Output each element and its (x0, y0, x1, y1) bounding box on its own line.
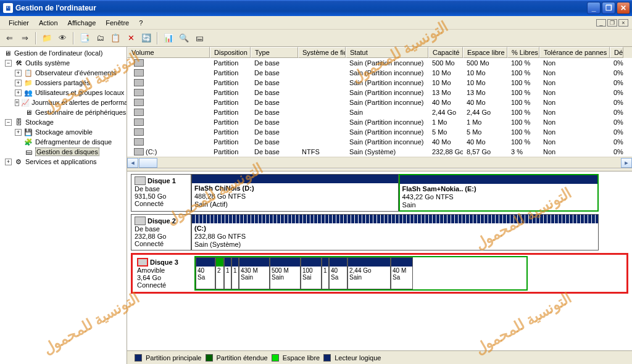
disk-info-3[interactable]: Disque 3 Amovible 3,64 Go Connecté (134, 256, 194, 291)
col-tolerance[interactable]: Tolérance de pannes (539, 47, 610, 58)
tree-root[interactable]: 🖥Gestion de l'ordinateur (local) (0, 48, 127, 58)
scroll-left-button[interactable]: ◄ (127, 158, 138, 168)
close-button[interactable]: ✕ (617, 2, 630, 14)
up-button[interactable]: 📁 (40, 31, 54, 45)
h-scrollbar[interactable]: ◄ ► (127, 157, 632, 168)
legend-free: Espace libre (283, 354, 320, 362)
partition-small[interactable]: 1 (231, 257, 239, 289)
mdi-close-button[interactable]: × (618, 19, 628, 27)
partition-small[interactable]: 500 MSain (270, 257, 301, 289)
volume-row[interactable]: PartitionDe baseSain2,44 Go2,44 Go100 %N… (127, 107, 632, 117)
tree-journaux[interactable]: +📈Journaux et alertes de performances (0, 97, 127, 107)
props-button[interactable]: 👁 (56, 31, 69, 45)
partition-small[interactable]: 2,44 GoSain (347, 257, 391, 289)
volume-row[interactable]: PartitionDe baseSain (Partition inconnue… (127, 68, 632, 78)
volume-row[interactable]: PartitionDe baseSain (Partition inconnue… (127, 88, 632, 97)
volume-table: Volume Disposition Type Système de fichi… (127, 47, 632, 168)
icon-3[interactable]: 📋 (109, 31, 122, 45)
tree-gestperiph[interactable]: 🖥Gestionnaire de périphériques (0, 107, 127, 117)
volume-body[interactable]: PartitionDe baseSain (Partition inconnue… (127, 58, 632, 157)
legend-primary: Partition principale (146, 354, 202, 362)
volume-row[interactable]: PartitionDe baseSain (Partition inconnue… (127, 78, 632, 88)
disk-row-3: Disque 3 Amovible 3,64 Go Connecté 40Sa2… (131, 253, 628, 294)
legend-sw-extended (206, 354, 213, 362)
tree-amovible[interactable]: +💾Stockage amovible (0, 127, 127, 137)
menu-action[interactable]: Action (34, 17, 63, 28)
mdi-restore-button[interactable]: ❐ (607, 19, 617, 27)
col-volume[interactable]: Volume (127, 47, 210, 58)
menu-aide[interactable]: ? (134, 17, 148, 28)
col-pct-libres[interactable]: % Libres (507, 47, 539, 58)
col-de[interactable]: Dé (610, 47, 623, 58)
toolbar: ⇐ ⇒ 📁 👁 📑 🗂 📋 ✕ 🔄 📊 🔍 🖴 (0, 30, 632, 47)
minimize-button[interactable]: _ (587, 2, 601, 14)
disk-row-1: Disque 1 De base 931,50 Go Connecté FlaS… (131, 174, 628, 212)
icon-2[interactable]: 🗂 (93, 31, 107, 45)
partition-c[interactable]: (C:)232,88 Go NTFSSain (Système) (191, 214, 599, 250)
disk-icon (135, 176, 146, 185)
col-statut[interactable]: Statut (346, 47, 428, 58)
partition-small[interactable]: 40Sa (329, 257, 347, 289)
tree-dossiers[interactable]: +📁Dossiers partagés (0, 78, 127, 88)
titlebar: 🖥 Gestion de l'ordinateur _ ❐ ✕ (0, 0, 632, 16)
graphical-view: Disque 1 De base 931,50 Go Connecté FlaS… (127, 172, 632, 350)
partition-small[interactable]: 40 MSa (391, 257, 413, 289)
mdi-minimize-button[interactable]: _ (596, 19, 606, 27)
disk-row-2: Disque 2 De base 232,88 Go Connecté (C:)… (131, 214, 628, 250)
legend-sw-free (272, 354, 279, 362)
partition-d[interactable]: FlaSh ChiNois (D:)488,28 Go NTFSSain (Ac… (191, 174, 399, 212)
partition-small[interactable]: 40Sa (196, 257, 215, 289)
volume-row[interactable]: PartitionDe baseSain (Partition inconnue… (127, 58, 632, 68)
col-type[interactable]: Type (251, 47, 298, 58)
tree-services[interactable]: +⚙Services et applications (0, 157, 127, 167)
icon-5[interactable]: 🔍 (177, 31, 191, 45)
col-fs[interactable]: Système de fichiers (298, 47, 346, 58)
maximize-button[interactable]: ❐ (602, 2, 615, 14)
partition-small[interactable]: 1 (322, 257, 329, 289)
refresh-icon[interactable]: 🔄 (139, 31, 153, 45)
delete-icon[interactable]: ✕ (124, 31, 138, 45)
tree-defrag[interactable]: 🧩Défragmenteur de disque (0, 137, 127, 147)
col-disposition[interactable]: Disposition (210, 47, 251, 58)
tree-disques[interactable]: 🖴Gestion des disques (0, 147, 127, 157)
partition-small[interactable]: 2 (215, 257, 224, 289)
menu-affichage[interactable]: Affichage (63, 17, 101, 28)
disk-info-1[interactable]: Disque 1 De base 931,50 Go Connecté (131, 174, 191, 212)
menu-fenetre[interactable]: Fenêtre (101, 17, 134, 28)
tree-stockage[interactable]: −🗄Stockage (0, 117, 127, 127)
partition-small[interactable]: 430 MSain (239, 257, 270, 289)
legend-sw-logical (323, 354, 331, 362)
back-button[interactable]: ⇐ (2, 31, 16, 45)
volume-row[interactable]: PartitionDe baseSain (Partition inconnue… (127, 137, 632, 147)
partition-e[interactable]: FlaSh Sam+Nokia.. (E:)443,22 Go NTFSSain (399, 174, 599, 212)
tree-observateur[interactable]: +📋Observateur d'événements (0, 68, 127, 78)
legend-extended: Partition étendue (217, 354, 268, 362)
disk-info-2[interactable]: Disque 2 De base 232,88 Go Connecté (131, 214, 191, 250)
icon-4[interactable]: 📊 (162, 31, 175, 45)
icon-1[interactable]: 📑 (78, 31, 91, 45)
partition-small[interactable]: 100Sai (301, 257, 322, 289)
window-title: Gestion de l'ordinateur (15, 4, 96, 12)
menubar: Fichier Action Affichage Fenêtre ? _ ❐ × (0, 16, 632, 30)
volume-row[interactable]: PartitionDe baseSain (Partition inconnue… (127, 97, 632, 107)
app-icon: 🖥 (3, 3, 13, 13)
scroll-thumb[interactable] (139, 158, 157, 168)
scroll-right-button[interactable]: ► (621, 158, 632, 168)
forward-button[interactable]: ⇒ (18, 31, 31, 45)
legend-logical: Lecteur logique (335, 354, 381, 362)
tree-outils[interactable]: −🛠Outils système (0, 58, 127, 68)
volume-row[interactable]: PartitionDe baseSain (Partition inconnue… (127, 117, 632, 127)
col-espace-libre[interactable]: Espace libre (463, 47, 507, 58)
col-capacite[interactable]: Capacité (428, 47, 463, 58)
disk3-partitions[interactable]: 40Sa211430 MSain500 MSain100Sai140Sa2,44… (194, 256, 528, 291)
tree-view[interactable]: 🖥Gestion de l'ordinateur (local) −🛠Outil… (0, 47, 127, 364)
tree-users[interactable]: +👥Utilisateurs et groupes locaux (0, 88, 127, 97)
disk-icon (137, 258, 148, 267)
volume-row[interactable]: PartitionDe baseSain (Partition inconnue… (127, 127, 632, 137)
partition-small[interactable]: 1 (224, 257, 231, 289)
volume-header[interactable]: Volume Disposition Type Système de fichi… (127, 47, 632, 58)
volume-row[interactable]: (C:)PartitionDe baseNTFSSain (Système)23… (127, 147, 632, 157)
disk-icon (135, 217, 146, 225)
icon-6[interactable]: 🖴 (193, 31, 206, 45)
menu-fichier[interactable]: Fichier (4, 17, 34, 28)
